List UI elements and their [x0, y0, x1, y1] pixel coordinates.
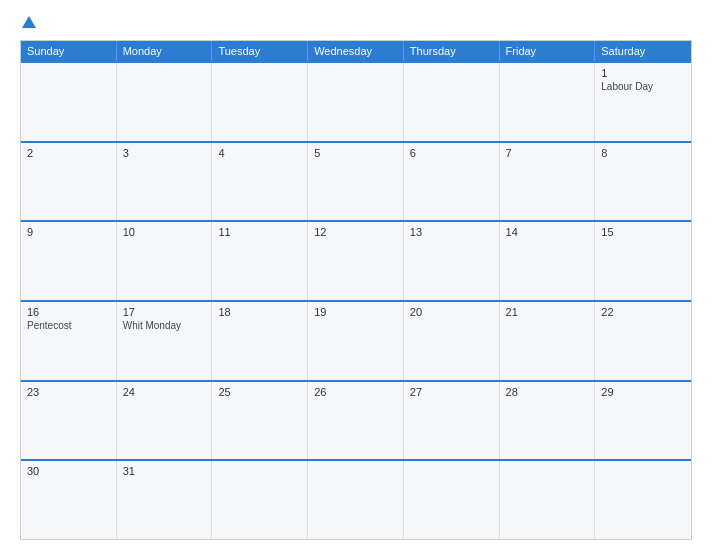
calendar-day-cell: 12 — [308, 222, 404, 300]
calendar: SundayMondayTuesdayWednesdayThursdayFrid… — [20, 40, 692, 540]
calendar-day-cell: 29 — [595, 382, 691, 460]
day-number: 25 — [218, 386, 301, 398]
calendar-week-row: 3031 — [21, 459, 691, 539]
calendar-day-cell: 17Whit Monday — [117, 302, 213, 380]
day-number: 7 — [506, 147, 589, 159]
calendar-day-cell — [500, 63, 596, 141]
calendar-day-cell: 10 — [117, 222, 213, 300]
day-number: 12 — [314, 226, 397, 238]
calendar-day-cell: 4 — [212, 143, 308, 221]
calendar-header-cell: Sunday — [21, 41, 117, 61]
day-number: 11 — [218, 226, 301, 238]
calendar-day-cell — [404, 63, 500, 141]
calendar-week-row: 16Pentecost17Whit Monday1819202122 — [21, 300, 691, 380]
calendar-day-cell: 31 — [117, 461, 213, 539]
day-number: 9 — [27, 226, 110, 238]
day-number: 30 — [27, 465, 110, 477]
logo-triangle-icon — [22, 16, 36, 28]
calendar-day-cell: 22 — [595, 302, 691, 380]
day-number: 4 — [218, 147, 301, 159]
calendar-day-cell — [404, 461, 500, 539]
logo — [20, 16, 36, 30]
calendar-week-row: 9101112131415 — [21, 220, 691, 300]
day-number: 1 — [601, 67, 685, 79]
calendar-day-cell: 16Pentecost — [21, 302, 117, 380]
calendar-day-cell — [21, 63, 117, 141]
day-number: 20 — [410, 306, 493, 318]
day-event: Labour Day — [601, 81, 685, 92]
calendar-day-cell: 21 — [500, 302, 596, 380]
calendar-day-cell: 26 — [308, 382, 404, 460]
calendar-day-cell: 3 — [117, 143, 213, 221]
calendar-day-cell: 30 — [21, 461, 117, 539]
day-number: 16 — [27, 306, 110, 318]
day-number: 23 — [27, 386, 110, 398]
day-number: 18 — [218, 306, 301, 318]
calendar-day-cell: 27 — [404, 382, 500, 460]
calendar-day-cell: 14 — [500, 222, 596, 300]
calendar-day-cell — [308, 461, 404, 539]
calendar-day-cell: 11 — [212, 222, 308, 300]
header — [20, 16, 692, 30]
calendar-header-cell: Thursday — [404, 41, 500, 61]
calendar-day-cell: 15 — [595, 222, 691, 300]
calendar-day-cell: 5 — [308, 143, 404, 221]
day-number: 26 — [314, 386, 397, 398]
day-number: 10 — [123, 226, 206, 238]
calendar-day-cell: 23 — [21, 382, 117, 460]
day-number: 2 — [27, 147, 110, 159]
calendar-week-row: 23242526272829 — [21, 380, 691, 460]
day-number: 29 — [601, 386, 685, 398]
day-number: 5 — [314, 147, 397, 159]
day-number: 31 — [123, 465, 206, 477]
calendar-day-cell: 7 — [500, 143, 596, 221]
day-number: 24 — [123, 386, 206, 398]
calendar-day-cell: 2 — [21, 143, 117, 221]
calendar-day-cell — [117, 63, 213, 141]
day-number: 17 — [123, 306, 206, 318]
calendar-day-cell: 20 — [404, 302, 500, 380]
calendar-header-cell: Friday — [500, 41, 596, 61]
calendar-header-cell: Saturday — [595, 41, 691, 61]
calendar-day-cell — [308, 63, 404, 141]
calendar-day-cell: 18 — [212, 302, 308, 380]
calendar-week-row: 2345678 — [21, 141, 691, 221]
calendar-day-cell — [500, 461, 596, 539]
day-number: 6 — [410, 147, 493, 159]
calendar-day-cell: 6 — [404, 143, 500, 221]
calendar-page: SundayMondayTuesdayWednesdayThursdayFrid… — [0, 0, 712, 550]
calendar-body: 1Labour Day2345678910111213141516Penteco… — [21, 61, 691, 539]
calendar-day-cell: 24 — [117, 382, 213, 460]
calendar-day-cell — [212, 461, 308, 539]
calendar-header-row: SundayMondayTuesdayWednesdayThursdayFrid… — [21, 41, 691, 61]
calendar-header-cell: Monday — [117, 41, 213, 61]
day-number: 13 — [410, 226, 493, 238]
calendar-day-cell: 13 — [404, 222, 500, 300]
day-number: 14 — [506, 226, 589, 238]
calendar-header-cell: Wednesday — [308, 41, 404, 61]
calendar-day-cell — [212, 63, 308, 141]
day-number: 27 — [410, 386, 493, 398]
calendar-day-cell: 19 — [308, 302, 404, 380]
day-event: Whit Monday — [123, 320, 206, 331]
calendar-week-row: 1Labour Day — [21, 61, 691, 141]
day-event: Pentecost — [27, 320, 110, 331]
calendar-day-cell: 8 — [595, 143, 691, 221]
day-number: 21 — [506, 306, 589, 318]
day-number: 22 — [601, 306, 685, 318]
day-number: 19 — [314, 306, 397, 318]
day-number: 15 — [601, 226, 685, 238]
calendar-day-cell — [595, 461, 691, 539]
calendar-day-cell: 25 — [212, 382, 308, 460]
day-number: 28 — [506, 386, 589, 398]
day-number: 3 — [123, 147, 206, 159]
calendar-day-cell: 9 — [21, 222, 117, 300]
day-number: 8 — [601, 147, 685, 159]
calendar-header-cell: Tuesday — [212, 41, 308, 61]
calendar-day-cell: 28 — [500, 382, 596, 460]
calendar-day-cell: 1Labour Day — [595, 63, 691, 141]
